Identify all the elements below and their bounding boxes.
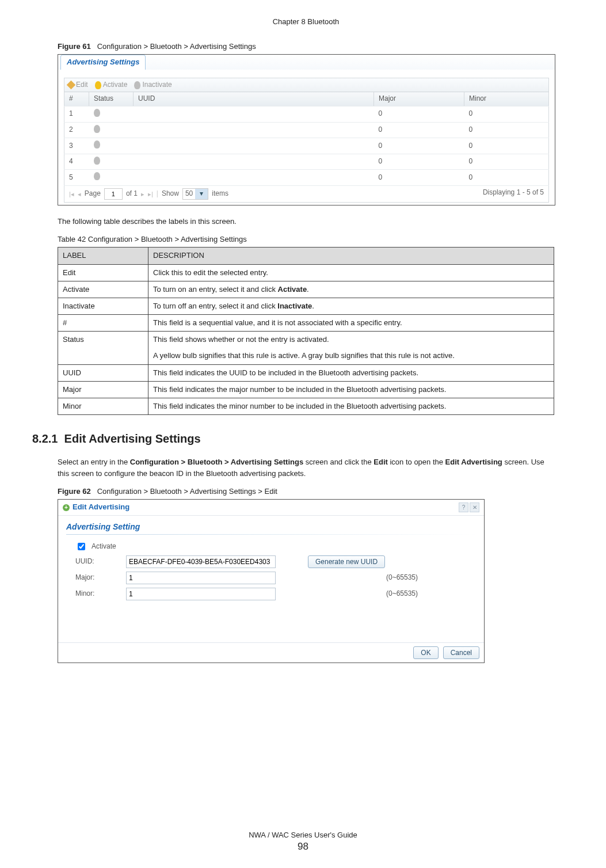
cell-major: 0 (374, 154, 464, 170)
guide-title: NWA / WAC Series User's Guide (0, 831, 606, 840)
table-row[interactable]: 400 (64, 154, 549, 170)
cell-num: 5 (64, 170, 89, 186)
cell-desc: To turn off an entry, select it and clic… (148, 298, 554, 314)
bulb-off-icon (134, 81, 140, 89)
show-label: Show (162, 189, 179, 199)
last-page-icon[interactable]: ▸| (148, 190, 153, 198)
label-description-table: LABEL DESCRIPTION EditClick this to edit… (58, 247, 554, 415)
minor-input[interactable] (126, 588, 276, 600)
table-row[interactable]: 300 (64, 138, 549, 154)
col-num[interactable]: # (64, 92, 89, 106)
section-num: 8.2.1 (32, 432, 58, 445)
grid-pager: |◂ ◂ Page of 1 ▸ ▸| | Show 50▾ items Dis… (64, 186, 549, 203)
bulb-off-icon (94, 125, 100, 133)
table-row[interactable]: 500 (64, 170, 549, 186)
generate-uuid-button[interactable]: Generate new UUID (308, 555, 385, 568)
table-row: MajorThis field indicates the major numb… (58, 381, 554, 398)
table-row: ActivateTo turn on an entry, select it a… (58, 281, 554, 298)
cell-desc: This field indicates the UUID to be incl… (148, 364, 554, 381)
cell-desc: This field indicates the major number to… (148, 381, 554, 398)
figure-62-caption: Figure 62 Configuration > Bluetooth > Ad… (58, 487, 554, 497)
help-icon[interactable]: ? (459, 502, 468, 512)
page-label: Page (85, 189, 101, 199)
close-icon[interactable]: ✕ (470, 502, 479, 512)
figure-label: Figure 62 (58, 487, 91, 496)
th-desc: DESCRIPTION (148, 248, 554, 264)
inactivate-label: Inactivate (142, 81, 171, 90)
bulb-off-icon (94, 140, 100, 149)
first-page-icon[interactable]: |◂ (69, 190, 74, 198)
cell-major: 0 (374, 170, 464, 186)
cell-num: 2 (64, 122, 89, 138)
cell-label: UUID (58, 364, 148, 381)
section-paragraph: Select an entry in the Configuration > B… (58, 456, 554, 479)
table-row: InactivateTo turn off an entry, select i… (58, 298, 554, 314)
edit-button[interactable]: Edit (68, 81, 88, 90)
cell-status (89, 122, 134, 138)
cell-major: 0 (374, 138, 464, 154)
cell-uuid (134, 122, 374, 138)
activate-label: Activate (103, 81, 128, 90)
page-footer: NWA / WAC Series User's Guide 98 (0, 831, 606, 853)
major-input[interactable] (126, 572, 276, 584)
cell-minor: 0 (464, 106, 549, 122)
table-row: EditClick this to edit the selected entr… (58, 264, 554, 281)
figure-61-caption: Figure 61 Configuration > Bluetooth > Ad… (58, 42, 554, 52)
cell-desc: This field indicates the minor number to… (148, 398, 554, 415)
cell-desc: Click this to edit the selected entry. (148, 264, 554, 281)
col-minor[interactable]: Minor (464, 92, 549, 106)
cell-uuid (134, 106, 374, 122)
cell-uuid (134, 138, 374, 154)
col-status[interactable]: Status (89, 92, 134, 106)
cell-label: Inactivate (58, 298, 148, 314)
table-row: StatusThis field shows whether or not th… (58, 332, 554, 364)
cell-label: Major (58, 381, 148, 398)
cell-num: 1 (64, 106, 89, 122)
col-uuid[interactable]: UUID (134, 92, 374, 106)
page-of: of 1 (126, 189, 138, 199)
page-input[interactable] (104, 188, 123, 200)
activate-button[interactable]: Activate (95, 81, 128, 90)
table-row: #This field is a sequential value, and i… (58, 315, 554, 332)
cell-desc: This field is a sequential value, and it… (148, 315, 554, 332)
bulb-off-icon (94, 109, 100, 117)
cell-label: Activate (58, 281, 148, 298)
dialog-title: + Edit Advertising (63, 502, 129, 512)
cell-minor: 0 (464, 154, 549, 170)
page-size-select[interactable]: 50▾ (182, 188, 208, 200)
cell-status (89, 106, 134, 122)
cell-label: Edit (58, 264, 148, 281)
edit-advertising-screenshot: + Edit Advertising ? ✕ Advertising Setti… (58, 499, 485, 663)
cell-uuid (134, 154, 374, 170)
ok-button[interactable]: OK (413, 646, 438, 659)
cell-minor: 0 (464, 138, 549, 154)
activate-checkbox[interactable] (78, 543, 85, 550)
cancel-button[interactable]: Cancel (443, 646, 479, 659)
table-row[interactable]: 200 (64, 122, 549, 138)
cell-status (89, 170, 134, 186)
cell-label: Minor (58, 398, 148, 415)
inactivate-button[interactable]: Inactivate (134, 81, 171, 90)
minor-label: Minor: (75, 589, 121, 599)
displaying-label: Displaying 1 - 5 of 5 (483, 188, 544, 200)
table-row: MinorThis field indicates the minor numb… (58, 398, 554, 415)
bulb-off-icon (94, 172, 100, 180)
section-title: Edit Advertising Settings (64, 432, 201, 445)
col-major[interactable]: Major (374, 92, 464, 106)
tab-advertising-settings[interactable]: Advertising Settings (60, 55, 146, 70)
next-page-icon[interactable]: ▸ (141, 190, 144, 198)
add-icon: + (63, 504, 70, 511)
cell-status (89, 154, 134, 170)
prev-page-icon[interactable]: ◂ (78, 190, 81, 198)
page-number: 98 (0, 840, 606, 853)
uuid-input[interactable] (126, 555, 276, 568)
table-row[interactable]: 100 (64, 106, 549, 122)
table-42-caption: Table 42 Configuration > Bluetooth > Adv… (58, 235, 554, 245)
major-label: Major: (75, 573, 121, 583)
cell-label: Status (58, 332, 148, 364)
cell-desc: To turn on an entry, select it and click… (148, 281, 554, 298)
cell-num: 4 (64, 154, 89, 170)
cell-uuid (134, 170, 374, 186)
bulb-off-icon (94, 157, 100, 165)
tab-bar: Advertising Settings (58, 55, 555, 70)
